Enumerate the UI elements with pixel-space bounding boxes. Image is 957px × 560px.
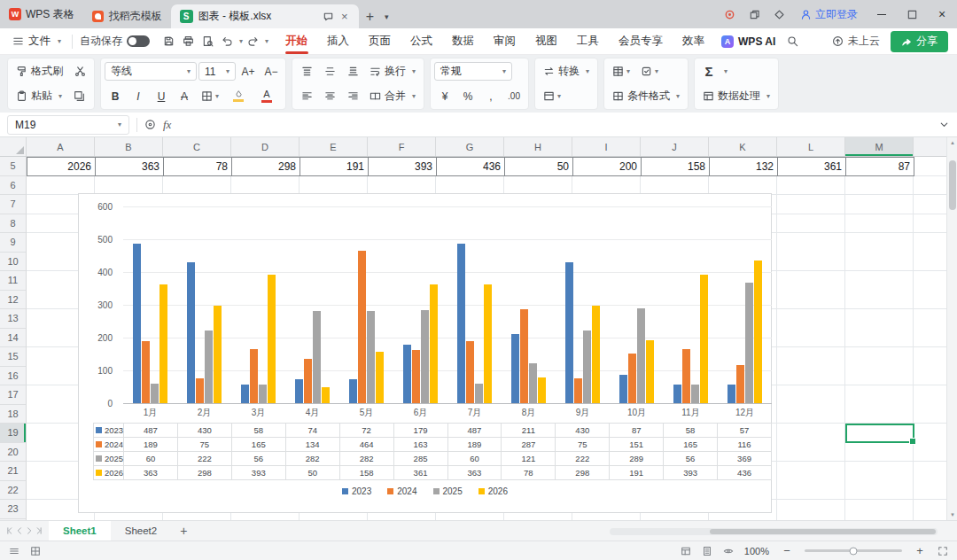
bar-2026-4月[interactable]: [322, 387, 330, 404]
copy-button[interactable]: [68, 87, 89, 106]
close-tab-icon[interactable]: ×: [339, 10, 350, 23]
bar-2024-4月[interactable]: [304, 359, 312, 403]
horizontal-scrollbar[interactable]: [610, 528, 938, 535]
bar-2023-10月[interactable]: [619, 375, 627, 403]
align-middle-button[interactable]: [319, 62, 340, 82]
bar-2026-5月[interactable]: [376, 352, 384, 404]
row-header-13[interactable]: 13: [0, 309, 26, 329]
bar-2023-7月[interactable]: [457, 244, 465, 403]
chart-object[interactable]: 6005004003002001000 1月2月3月4月5月6月7月8月9月10…: [78, 193, 772, 513]
zoom-slider[interactable]: [805, 549, 902, 552]
print-preview-button[interactable]: [198, 31, 217, 52]
scroll-up-icon[interactable]: ▲: [947, 137, 957, 148]
fill-color-button[interactable]: [225, 87, 252, 106]
expand-formula-bar-icon[interactable]: [938, 119, 950, 130]
row-header-21[interactable]: 21: [0, 462, 26, 481]
bar-2025-10月[interactable]: [637, 308, 645, 403]
bar-2026-12月[interactable]: [754, 261, 762, 403]
column-header-J[interactable]: J: [641, 137, 709, 156]
bar-2026-10月[interactable]: [646, 340, 654, 403]
decrease-font-size-button[interactable]: A−: [261, 62, 282, 82]
bar-2026-6月[interactable]: [430, 284, 438, 403]
column-header-C[interactable]: C: [163, 137, 231, 156]
column-header-M[interactable]: M: [845, 137, 914, 156]
fullscreen-icon[interactable]: [938, 546, 948, 556]
row-header-8[interactable]: 8: [0, 214, 26, 234]
bar-2024-3月[interactable]: [250, 349, 258, 403]
zoom-slider-thumb[interactable]: [850, 547, 858, 555]
row-header-23[interactable]: 23: [0, 500, 26, 519]
row-header-17[interactable]: 17: [0, 385, 26, 405]
bar-2025-9月[interactable]: [583, 331, 591, 403]
cell-L5[interactable]: 361: [777, 157, 846, 176]
scroll-down-icon[interactable]: ▼: [947, 509, 957, 520]
bar-2026-1月[interactable]: [160, 284, 167, 403]
format-painter-button[interactable]: 格式刷: [12, 62, 67, 82]
bar-2026-9月[interactable]: [592, 306, 600, 403]
bar-2023-6月[interactable]: [403, 345, 411, 403]
cell-F5[interactable]: 393: [368, 157, 437, 176]
redo-dropdown-icon[interactable]: ▾: [265, 38, 268, 45]
login-button[interactable]: 立即登录: [791, 7, 867, 22]
bar-2026-7月[interactable]: [484, 284, 492, 403]
minimize-button[interactable]: [867, 0, 897, 28]
cell-B5[interactable]: 363: [95, 157, 164, 176]
column-header-I[interactable]: I: [572, 137, 641, 156]
comma-format-button[interactable]: ,: [480, 87, 502, 106]
bar-2023-12月[interactable]: [727, 385, 735, 403]
menu-tab-公式[interactable]: 公式: [401, 28, 442, 54]
cell-I5[interactable]: 200: [572, 157, 642, 176]
cell-format-button[interactable]: ▾: [539, 87, 565, 106]
bar-2023-11月[interactable]: [673, 385, 681, 404]
menu-tab-页面[interactable]: 页面: [359, 28, 401, 54]
cell-style-button[interactable]: ▾: [636, 62, 663, 82]
menu-tab-会员专享[interactable]: 会员专享: [609, 28, 673, 54]
selected-cell[interactable]: [845, 424, 914, 443]
maximize-button[interactable]: [897, 0, 927, 28]
sheet-tab-Sheet1[interactable]: Sheet1: [49, 521, 111, 541]
legend-item-2023[interactable]: 2023: [342, 486, 371, 496]
row-header-12[interactable]: 12: [0, 291, 26, 310]
save-button[interactable]: [159, 31, 178, 52]
row-header-22[interactable]: 22: [0, 481, 26, 501]
bar-2024-1月[interactable]: [142, 341, 150, 403]
menu-tab-开始[interactable]: 开始: [276, 28, 317, 54]
bar-2025-3月[interactable]: [259, 385, 267, 403]
bar-2025-8月[interactable]: [529, 363, 537, 403]
bar-2026-11月[interactable]: [700, 275, 708, 403]
tab-template-store[interactable]: 找稻壳模板: [83, 4, 171, 28]
bar-2024-12月[interactable]: [736, 365, 744, 403]
smart-toolbox-icon[interactable]: [144, 119, 156, 130]
row-header-18[interactable]: 18: [0, 405, 26, 424]
column-header-K[interactable]: K: [709, 137, 777, 156]
table-style-button[interactable]: ▾: [608, 62, 634, 82]
zoom-in-button[interactable]: +: [913, 544, 927, 558]
vertical-scrollbar[interactable]: ▲ ▼: [946, 137, 957, 520]
theme-icon[interactable]: [717, 0, 742, 28]
menu-tab-工具[interactable]: 工具: [567, 28, 609, 54]
zoom-out-button[interactable]: −: [780, 544, 794, 558]
row-header-15[interactable]: 15: [0, 347, 26, 367]
bold-button[interactable]: B: [105, 87, 126, 106]
column-header-H[interactable]: H: [504, 137, 572, 156]
add-sheet-button[interactable]: +: [171, 524, 196, 538]
select-all-corner[interactable]: [0, 137, 27, 156]
undo-button[interactable]: [217, 31, 237, 52]
font-color-button[interactable]: A: [253, 87, 280, 106]
formula-input[interactable]: [178, 113, 938, 136]
menu-tab-效率[interactable]: 效率: [673, 28, 714, 54]
decimal-places-button[interactable]: .00: [503, 87, 525, 106]
last-sheet-icon[interactable]: [35, 526, 43, 535]
share-button[interactable]: 分享: [891, 31, 948, 52]
horizontal-scroll-thumb[interactable]: [710, 529, 936, 534]
file-menu-button[interactable]: 文件 ▾: [9, 34, 65, 49]
bar-2025-5月[interactable]: [367, 311, 375, 403]
page-layout-view-icon[interactable]: [702, 546, 712, 556]
align-top-button[interactable]: [296, 62, 317, 82]
strikethrough-button[interactable]: A: [174, 87, 195, 106]
wps-ai-button[interactable]: A WPS AI: [721, 35, 775, 48]
menu-tab-数据[interactable]: 数据: [442, 28, 484, 54]
paste-button[interactable]: 粘贴 ▾: [12, 87, 66, 106]
align-bottom-button[interactable]: [342, 62, 363, 82]
data-process-button[interactable]: 数据处理 ▾: [698, 87, 774, 106]
